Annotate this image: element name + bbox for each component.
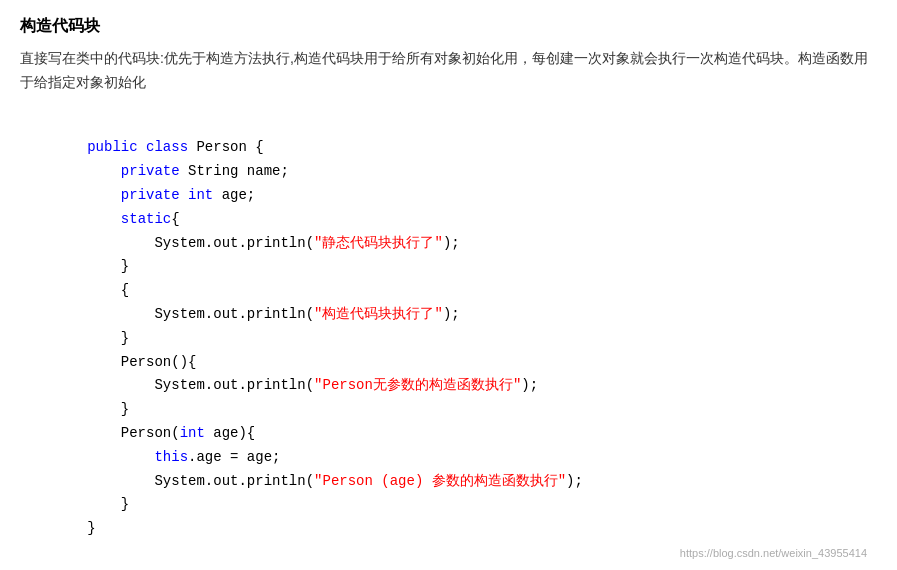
- code-static-close: }: [54, 258, 130, 274]
- code-sysout4-end: );: [566, 473, 583, 489]
- code-this-rest: .age = age;: [188, 449, 280, 465]
- code-sysout4: System.out.println(: [154, 473, 314, 489]
- code-sysout2-end: );: [443, 306, 460, 322]
- code-indent3: [54, 187, 121, 203]
- code-indent9: [54, 473, 155, 489]
- code-arg-age: age){: [205, 425, 255, 441]
- code-indent2: [54, 163, 121, 179]
- str-static: "静态代码块执行了": [314, 235, 443, 251]
- code-sysout3: System.out.println(: [154, 377, 314, 393]
- code-sysout1: System.out.println(: [154, 235, 314, 251]
- code-indent6: [54, 306, 155, 322]
- kw-int1: int: [188, 187, 213, 203]
- kw-static: static: [121, 211, 171, 227]
- code-person-noarg: Person(){: [54, 354, 197, 370]
- watermark: https://blog.csdn.net/weixin_43955414: [680, 547, 867, 559]
- code-space1: [138, 139, 146, 155]
- kw-int2: int: [180, 425, 205, 441]
- kw-private1: private: [121, 163, 180, 179]
- str-noarg: "Person无参数的构造函数执行": [314, 377, 521, 393]
- code-classname: Person {: [188, 139, 264, 155]
- code-indent4: [54, 211, 121, 227]
- kw-this: this: [154, 449, 188, 465]
- kw-class: class: [146, 139, 188, 155]
- str-arg: "Person (age) 参数的构造函数执行": [314, 473, 566, 489]
- page-wrapper: 构造代码块 直接写在类中的代码块:优先于构造方法执行,构造代码块用于给所有对象初…: [20, 16, 877, 569]
- code-sysout2: System.out.println(: [154, 306, 314, 322]
- code-person-arg: Person(: [54, 425, 180, 441]
- code-string1: String name;: [180, 163, 289, 179]
- code-block-open: {: [54, 282, 130, 298]
- code-sysout1-end: );: [443, 235, 460, 251]
- code-block-close: }: [54, 330, 130, 346]
- code-arg-close: }: [54, 496, 130, 512]
- code-indent8: [54, 449, 155, 465]
- code-class-close: }: [54, 520, 96, 536]
- code-indent5: [54, 235, 155, 251]
- str-construct: "构造代码块执行了": [314, 306, 443, 322]
- code-indent1: [54, 139, 88, 155]
- kw-public: public: [87, 139, 137, 155]
- kw-private2: private: [121, 187, 180, 203]
- page-title: 构造代码块: [20, 16, 877, 37]
- description: 直接写在类中的代码块:优先于构造方法执行,构造代码块用于给所有对象初始化用，每创…: [20, 47, 877, 95]
- code-noarg-close: }: [54, 401, 130, 417]
- code-block: public class Person { private String nam…: [20, 109, 877, 569]
- code-space3: [180, 187, 188, 203]
- code-sysout3-end: );: [521, 377, 538, 393]
- code-indent7: [54, 377, 155, 393]
- code-static-brace: {: [171, 211, 179, 227]
- code-age1: age;: [213, 187, 255, 203]
